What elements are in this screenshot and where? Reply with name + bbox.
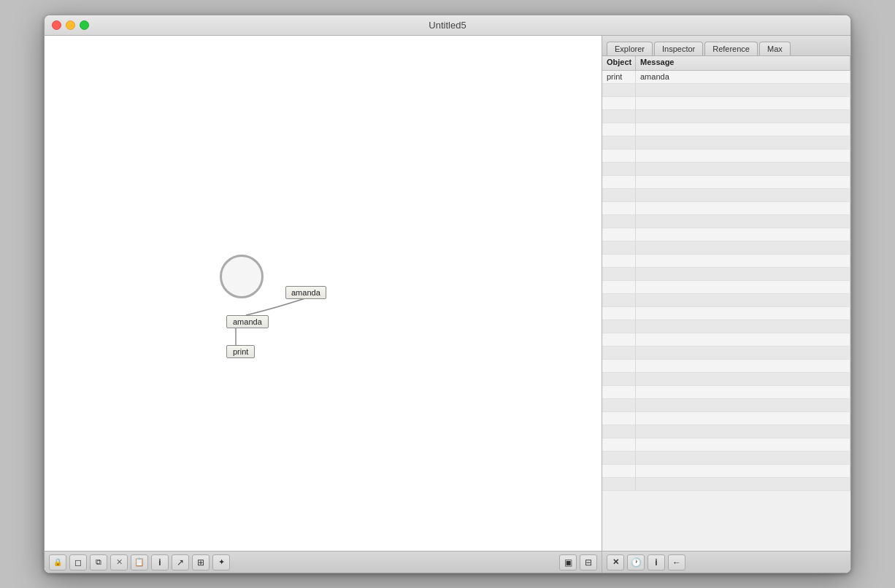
console-row[interactable] [602, 294, 850, 307]
console-rows[interactable]: printamanda [602, 71, 850, 551]
minimize-button[interactable] [66, 20, 75, 30]
window-title: Untitled5 [429, 20, 466, 31]
console-row[interactable] [602, 110, 850, 123]
console-cell-object [602, 425, 636, 438]
extra-button[interactable]: ✦ [212, 554, 230, 570]
console-row[interactable] [602, 241, 850, 255]
console-row[interactable] [602, 478, 850, 491]
message-box-amanda[interactable]: amanda [285, 286, 326, 299]
console-row[interactable] [602, 189, 850, 202]
console-row[interactable] [602, 373, 850, 386]
console-row[interactable] [602, 386, 850, 399]
console-cell-object [602, 123, 636, 136]
console-cell-message [636, 241, 850, 254]
patcher-canvas[interactable]: amanda amanda print [45, 36, 602, 551]
back-button[interactable]: ← [668, 554, 685, 570]
console-cell-object [602, 294, 636, 306]
console-table: Object Message printamanda [602, 56, 850, 551]
console-cell-object [602, 228, 636, 241]
info-button[interactable]: i [151, 554, 169, 570]
right-tabs: Explorer Inspector Reference Max [602, 36, 850, 56]
split-horizontal-button[interactable]: ▣ [559, 554, 577, 570]
console-cell-message [636, 228, 850, 241]
console-cell-object [602, 412, 636, 425]
console-row[interactable] [602, 163, 850, 176]
toolbar-right-group: ▣ ⊟ [559, 554, 597, 570]
console-cell-message [636, 399, 850, 411]
delete-button[interactable]: ✕ [110, 554, 128, 570]
tab-explorer[interactable]: Explorer [607, 42, 653, 55]
console-row[interactable] [602, 150, 850, 163]
console-row[interactable] [602, 136, 850, 150]
object-box-print[interactable]: print [226, 345, 255, 358]
history-button[interactable]: 🕐 [627, 554, 645, 570]
console-cell-message [636, 347, 850, 359]
console-cell-message [636, 465, 850, 477]
console-cell-message [636, 255, 850, 267]
toolbar-left-group: 🔒 ◻ ⧉ ✕ 📋 i [49, 554, 230, 570]
console-cell-object: print [602, 71, 636, 83]
console-row[interactable] [602, 202, 850, 215]
traffic-lights [52, 20, 89, 30]
split-vertical-button[interactable]: ⊟ [580, 554, 597, 570]
right-toolbar: ✕ 🕐 i ← [602, 551, 850, 573]
tab-reference[interactable]: Reference [704, 42, 758, 55]
tab-inspector[interactable]: Inspector [654, 42, 703, 55]
console-cell-message [636, 84, 850, 96]
main-window: Untitled5 amanda am [44, 15, 851, 573]
console-cell-message [636, 189, 850, 201]
tab-max[interactable]: Max [759, 42, 791, 55]
console-row[interactable] [602, 347, 850, 360]
lock-button[interactable]: 🔒 [49, 554, 66, 570]
console-row[interactable] [602, 255, 850, 268]
maximize-button[interactable] [80, 20, 89, 30]
console-row[interactable] [602, 333, 850, 347]
console-cell-message [636, 333, 850, 346]
new-object-button[interactable]: ◻ [69, 554, 87, 570]
console-cell-message [636, 386, 850, 398]
object-box-amanda[interactable]: amanda [226, 315, 269, 328]
console-row[interactable] [602, 215, 850, 228]
console-row[interactable] [602, 465, 850, 478]
console-cell-object [602, 465, 636, 477]
clear-console-button[interactable]: ✕ [607, 554, 624, 570]
console-cell-message [636, 163, 850, 175]
arrow-button[interactable]: ↗ [172, 554, 189, 570]
copy-button[interactable]: ⧉ [90, 554, 107, 570]
console-cell-object [602, 281, 636, 293]
console-row[interactable] [602, 399, 850, 412]
console-cell-message: amanda [636, 71, 850, 83]
console-cell-message [636, 202, 850, 214]
console-row[interactable] [602, 97, 850, 110]
console-row[interactable] [602, 412, 850, 425]
circle-object[interactable] [220, 255, 264, 298]
console-row[interactable] [602, 281, 850, 294]
console-cell-message [636, 176, 850, 188]
info-console-button[interactable]: i [648, 554, 665, 570]
console-cell-message [636, 412, 850, 425]
console-row[interactable] [602, 307, 850, 320]
console-row[interactable] [602, 438, 850, 452]
console-row[interactable]: printamanda [602, 71, 850, 84]
console-row[interactable] [602, 228, 850, 241]
console-cell-object [602, 110, 636, 123]
comment-button[interactable]: 📋 [131, 554, 148, 570]
console-row[interactable] [602, 320, 850, 333]
console-row[interactable] [602, 84, 850, 97]
grid-button[interactable]: ⊞ [192, 554, 210, 570]
close-button[interactable] [52, 20, 61, 30]
console-cell-message [636, 281, 850, 293]
console-row[interactable] [602, 425, 850, 438]
console-cell-message [636, 150, 850, 162]
console-row[interactable] [602, 268, 850, 281]
console-row[interactable] [602, 123, 850, 136]
console-row[interactable] [602, 176, 850, 189]
console-row[interactable] [602, 452, 850, 465]
console-cell-object [602, 360, 636, 372]
console-cell-message [636, 373, 850, 385]
console-row[interactable] [602, 360, 850, 373]
console-cell-object [602, 84, 636, 96]
console-cell-object [602, 150, 636, 162]
console-cell-message [636, 360, 850, 372]
header-object: Object [602, 56, 636, 70]
